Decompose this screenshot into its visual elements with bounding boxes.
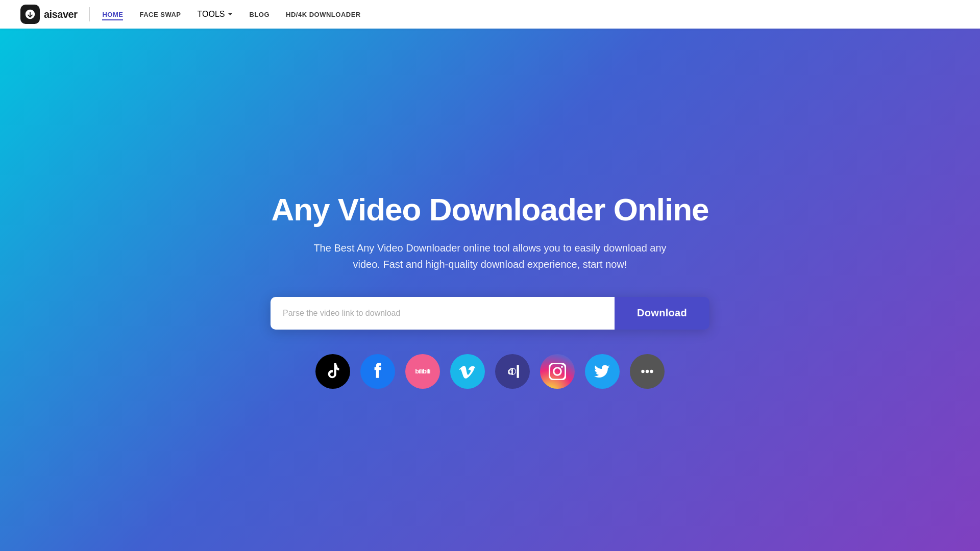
navbar: aisaver HOME FACE SWAP TOOLS BLOG HD/4K … [0, 0, 980, 29]
nav-item-tools[interactable]: TOOLS [198, 10, 233, 19]
chevron-down-icon [227, 11, 233, 17]
download-arrow-icon [24, 9, 36, 20]
svg-point-3 [646, 369, 649, 372]
search-bar: Download [271, 297, 709, 330]
svg-text:d: d [507, 366, 513, 377]
nav-link-blog[interactable]: BLOG [250, 11, 270, 18]
nav-links: HOME FACE SWAP TOOLS BLOG HD/4K DOWNLOAD… [102, 10, 360, 19]
more-icon[interactable] [630, 354, 665, 389]
vimeo-icon[interactable] [450, 354, 485, 389]
facebook-logo [369, 363, 386, 380]
nav-item-faceswap[interactable]: FACE SWAP [139, 10, 181, 19]
nav-logo[interactable]: aisaver [20, 5, 77, 24]
instagram-icon[interactable] [540, 354, 575, 389]
twitter-icon[interactable] [585, 354, 620, 389]
bilibili-text: bilibili [415, 367, 430, 375]
nav-link-faceswap[interactable]: FACE SWAP [139, 11, 181, 18]
tiktok-icon[interactable] [315, 354, 350, 389]
instagram-logo [549, 363, 566, 380]
vimeo-logo [459, 363, 476, 380]
platform-icons: bilibili d [315, 354, 665, 389]
logo-text: aisaver [44, 9, 77, 20]
video-url-input[interactable] [271, 297, 615, 330]
nav-divider [89, 7, 90, 21]
facebook-icon[interactable] [360, 354, 395, 389]
twitter-logo [594, 363, 611, 380]
svg-point-2 [641, 369, 644, 372]
svg-point-4 [650, 369, 653, 372]
nav-item-home[interactable]: HOME [102, 10, 123, 19]
download-button[interactable]: Download [615, 297, 709, 330]
dailymotion-icon[interactable]: d [495, 354, 530, 389]
bilibili-icon[interactable]: bilibili [405, 354, 440, 389]
svg-point-1 [561, 366, 563, 368]
nav-link-home[interactable]: HOME [102, 11, 123, 20]
nav-link-hd4k[interactable]: HD/4K DOWNLOADER [286, 11, 361, 18]
dailymotion-logo: d [504, 363, 521, 380]
nav-item-blog[interactable]: BLOG [250, 10, 270, 19]
more-dots-logo [639, 363, 656, 380]
hero-subtitle: The Best Any Video Downloader online too… [311, 240, 669, 272]
nav-link-tools[interactable]: TOOLS [198, 10, 233, 19]
hero-section: Any Video Downloader Online The Best Any… [0, 0, 980, 551]
logo-icon [20, 5, 40, 24]
nav-item-hd4k[interactable]: HD/4K DOWNLOADER [286, 10, 361, 19]
tiktok-logo [324, 363, 341, 380]
hero-title: Any Video Downloader Online [271, 191, 708, 228]
